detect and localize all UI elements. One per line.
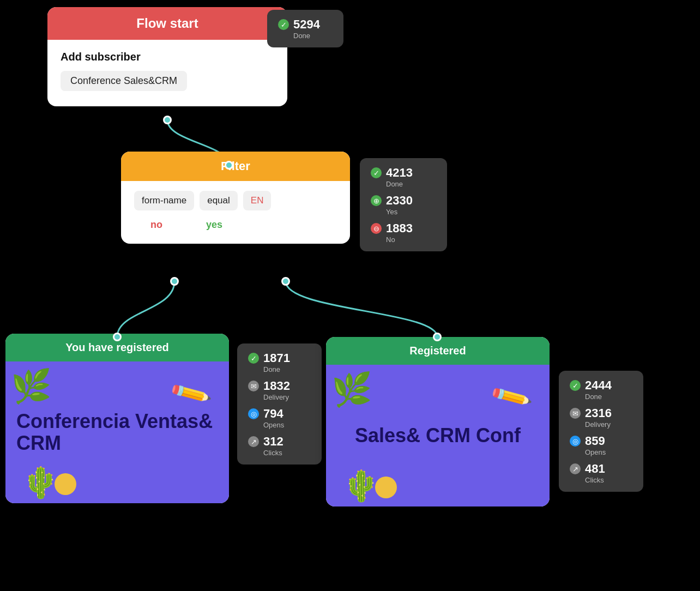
done-icon-email1: ✓	[248, 353, 259, 364]
done-label-email2: Done	[585, 393, 632, 401]
pencil-decoration-2: ✏️	[488, 375, 534, 419]
ball-decoration-2	[375, 477, 397, 498]
flow-start-tag: Conference Sales&CRM	[61, 71, 187, 91]
no-number-filter: 1883	[386, 221, 413, 236]
done-label-email1: Done	[263, 365, 311, 373]
filter-no-label: no	[150, 219, 162, 231]
pencil-decoration-1: ✏️	[168, 371, 213, 415]
clicks-icon-email1: ↗	[248, 436, 259, 447]
clicks-label-email1: Clicks	[263, 449, 311, 457]
stat-opens-email1: ◎ 794 Opens	[248, 407, 311, 429]
stat-opens-email2: ◎ 859 Opens	[570, 434, 632, 456]
flow-start-title: Flow start	[136, 16, 198, 31]
opens-icon-email2: ◎	[570, 436, 581, 447]
plant-decoration-1: 🌿	[11, 367, 52, 406]
opens-icon-email1: ◎	[248, 408, 259, 419]
yes-number-filter: 2330	[386, 194, 413, 208]
email1-body: 🌿 ✏️ 🌵 Conferencia Ventas& CRM	[5, 361, 229, 503]
filter-operator: equal	[200, 191, 238, 210]
opens-label-email2: Opens	[585, 448, 632, 456]
filter-body: form-name equal EN no yes	[121, 181, 350, 244]
filter-branch-labels: no yes	[134, 219, 337, 231]
stat-delivery-email2: ✉ 2316 Delivery	[570, 406, 632, 429]
opens-number-email2: 859	[585, 434, 605, 448]
opens-number-email1: 794	[263, 407, 283, 421]
done-number: 5294	[293, 17, 320, 32]
done-number-filter: 4213	[386, 166, 413, 180]
delivery-label-email1: Delivery	[263, 393, 311, 401]
stats-email-2: ✓ 2444 Done ✉ 2316 Delivery ◎ 859 Opens …	[559, 371, 643, 492]
stats-flow-start: ✓ 5294 Done	[267, 10, 343, 47]
email-node-1[interactable]: You have registered 🌿 ✏️ 🌵 Conferencia V…	[5, 334, 229, 503]
email2-title: Registered	[409, 345, 466, 357]
delivery-number-email1: 1832	[263, 379, 290, 393]
ball-decoration-1	[55, 473, 76, 495]
flow-canvas: Flow start Add subscriber Conference Sal…	[0, 0, 700, 591]
clicks-icon-email2: ↗	[570, 463, 581, 474]
flow-start-subtitle: Add subscriber	[61, 51, 274, 63]
stat-clicks-email2: ↗ 481 Clicks	[570, 462, 632, 484]
email2-body: 🌿 ✏️ 🌵 Sales& CRM Conf	[326, 365, 550, 506]
done-label-filter: Done	[386, 180, 436, 188]
stat-no-filter: ⊖ 1883 No	[371, 221, 436, 244]
stat-yes-filter: ⊕ 2330 Yes	[371, 194, 436, 216]
filter-node[interactable]: Filter form-name equal EN no yes	[121, 152, 350, 244]
connector-email1-top	[113, 333, 122, 341]
no-label-filter: No	[386, 236, 436, 244]
flow-start-header: Flow start	[47, 7, 287, 40]
done-icon-email2: ✓	[570, 380, 581, 391]
filter-value: EN	[243, 191, 271, 210]
delivery-icon-email2: ✉	[570, 408, 581, 419]
done-label: Done	[293, 32, 333, 40]
connector-filter-yes	[281, 277, 290, 286]
stats-email-1: ✓ 1871 Done ✉ 1832 Delivery ◎ 794 Opens …	[237, 343, 322, 465]
done-icon-filter: ✓	[371, 167, 382, 178]
yes-label-filter: Yes	[386, 208, 436, 216]
connector-filter-top	[225, 161, 233, 170]
clicks-number-email2: 481	[585, 462, 605, 476]
done-icon: ✓	[278, 19, 289, 30]
cactus-decoration-2: 🌵	[342, 468, 380, 504]
cactus-decoration-1: 🌵	[22, 465, 59, 500]
stat-done-email2: ✓ 2444 Done	[570, 378, 632, 401]
delivery-label-email2: Delivery	[585, 420, 632, 429]
delivery-number-email2: 2316	[585, 406, 612, 420]
delivery-icon-email1: ✉	[248, 381, 259, 391]
email2-preview: Sales& CRM Conf	[344, 425, 532, 447]
yes-icon-filter: ⊕	[371, 195, 382, 206]
flow-start-node[interactable]: Flow start Add subscriber Conference Sal…	[47, 7, 287, 106]
filter-conditions: form-name equal EN	[134, 191, 337, 210]
email-node-2[interactable]: Registered 🌿 ✏️ 🌵 Sales& CRM Conf	[326, 337, 550, 506]
filter-header: Filter	[121, 152, 350, 181]
done-number-email2: 2444	[585, 378, 612, 393]
flow-start-body: Add subscriber Conference Sales&CRM	[47, 40, 287, 106]
stat-clicks-email1: ↗ 312 Clicks	[248, 435, 311, 457]
clicks-number-email1: 312	[263, 435, 283, 449]
no-icon-filter: ⊖	[371, 223, 382, 234]
stat-done-email1: ✓ 1871 Done	[248, 351, 311, 373]
connector-filter-no	[170, 277, 179, 286]
stat-delivery-email1: ✉ 1832 Delivery	[248, 379, 311, 401]
filter-yes-label: yes	[206, 219, 222, 231]
connector-email2-top	[433, 333, 442, 341]
stat-done-filter: ✓ 4213 Done	[371, 166, 436, 188]
clicks-label-email2: Clicks	[585, 476, 632, 484]
stat-done-flow-start: ✓ 5294 Done	[278, 17, 333, 40]
stats-filter: ✓ 4213 Done ⊕ 2330 Yes ⊖ 1883 No	[360, 158, 447, 251]
email1-preview: Conferencia Ventas& CRM	[5, 411, 229, 454]
done-number-email1: 1871	[263, 351, 290, 365]
opens-label-email1: Opens	[263, 421, 311, 429]
connector-flow-start-bottom	[163, 116, 172, 124]
plant-decoration-2: 🌿	[331, 370, 372, 409]
email1-title: You have registered	[65, 341, 169, 353]
filter-field: form-name	[134, 191, 194, 210]
